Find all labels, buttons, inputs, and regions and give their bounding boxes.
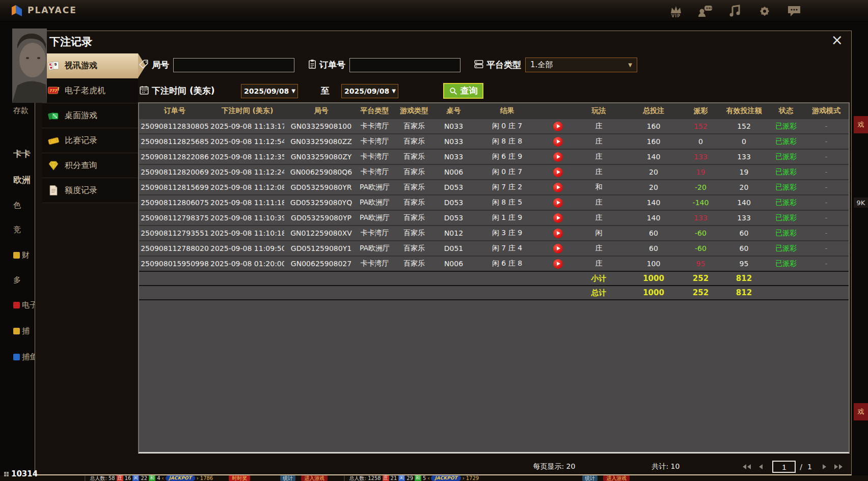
settings-gear-icon[interactable] [756, 2, 773, 20]
col-bet-time: 2025-09-08 11:10:39 [210, 214, 284, 222]
summary-payout: 252 [682, 274, 720, 283]
table-row: 2509081128308052025-09-08 11:13:17GN0332… [139, 118, 849, 133]
col-order-number: 250908112806075 [139, 199, 210, 207]
cat-slots-icon [13, 302, 20, 308]
sidebar-tab-label: 桌面游戏 [65, 110, 97, 121]
enter-game-button[interactable]: 进入游戏 [301, 475, 328, 481]
sidebar-tab-match-ticket[interactable]: 比赛记录 [42, 128, 138, 153]
col-payout: -60 [682, 229, 720, 237]
bg-menu-deposit: 存款 [13, 106, 36, 116]
close-icon[interactable]: × [831, 31, 843, 49]
next-page-button[interactable] [819, 463, 830, 471]
col-bet-type: 闲 [572, 229, 626, 238]
page-number-input[interactable] [772, 461, 796, 473]
filter-panel: 局号 订单号 平台类型 1.全部 ▼ [139, 53, 847, 104]
date-from-select[interactable]: 2025/09/08 ▼ [241, 84, 298, 98]
header-col-1: 下注时间 (美东) [210, 106, 284, 116]
banker-count: 16 [125, 475, 131, 481]
col-valid-bet: 19 [720, 168, 768, 176]
round-number-input[interactable] [173, 58, 294, 72]
col-result: 闲 6 庄 8 [470, 259, 544, 268]
play-icon [557, 246, 560, 250]
col-bet-type: 庄 [572, 259, 626, 268]
col-payout: 95 [682, 260, 720, 268]
jackpot-bracket: › [463, 475, 465, 481]
tie-count: 5 [423, 475, 426, 481]
col-bet-type: 和 [572, 183, 626, 192]
chat-icon[interactable] [785, 2, 803, 20]
col-payout: 133 [682, 153, 720, 161]
replay-button[interactable] [553, 167, 563, 177]
timed-bonus-pill: 时时奖 [229, 475, 250, 481]
previous-page-button[interactable] [755, 463, 767, 471]
replay-button[interactable] [553, 152, 563, 162]
col-game-mode: - [804, 260, 849, 268]
summary-valid-bet: 812 [720, 288, 768, 297]
sidebar-tab-table-games[interactable]: 桌面游戏 [42, 103, 138, 128]
platform-type-select[interactable]: 1.全部 ▼ [525, 58, 637, 72]
col-total-bet: 160 [626, 122, 682, 130]
col-valid-bet: 95 [720, 260, 768, 268]
header-col-8: 玩法 [572, 106, 626, 116]
table-row: 2509081128200692025-09-08 11:12:24GN0062… [139, 164, 849, 179]
col-order-number: 250908112788020 [139, 244, 210, 252]
replay-button[interactable] [553, 213, 563, 223]
col-replay [544, 213, 572, 223]
header-col-9: 总投注 [626, 106, 682, 116]
date-to-select[interactable]: 2025/09/08 ▼ [341, 84, 398, 98]
col-game-type: 百家乐 [391, 152, 437, 161]
col-platform: 卡卡湾厅 [358, 152, 391, 161]
sidebar-tab-quota-doc[interactable]: 额度记录 [42, 178, 138, 203]
col-bet-time: 2025-09-08 01:20:00 [210, 260, 284, 268]
col-valid-bet: 140 [720, 199, 768, 207]
header-col-10: 派彩 [682, 106, 720, 116]
col-payout: 19 [682, 168, 720, 176]
customer-service-icon[interactable] [697, 2, 714, 20]
col-platform: PA欧洲厅 [358, 244, 391, 253]
col-valid-bet: 60 [720, 244, 768, 252]
first-page-button[interactable] [741, 463, 752, 471]
sidebar-tab-label: 视讯游戏 [65, 61, 97, 71]
chevron-down-icon: ▼ [291, 88, 295, 94]
col-round-number: GN012259080XV [284, 229, 358, 237]
col-order-number: 250908112825685 [139, 137, 210, 146]
replay-button[interactable] [553, 137, 563, 147]
col-bet-time: 2025-09-08 11:12:24 [210, 168, 284, 176]
stats-button[interactable]: 统计 [280, 475, 295, 481]
vip-icon[interactable]: VIP [667, 2, 685, 20]
sidebar-tab-video-cards[interactable]: K♥9视讯游戏 [42, 53, 138, 78]
music-icon[interactable] [726, 2, 744, 20]
sidebar-tab-label: 电子老虎机 [65, 86, 105, 96]
group-divider: | [84, 475, 86, 481]
order-number-label: 订单号 [319, 59, 345, 71]
col-valid-bet: 20 [720, 183, 768, 191]
platform-type-label: 平台类型 [486, 59, 521, 71]
replay-button[interactable] [553, 183, 563, 192]
replay-button[interactable] [553, 198, 563, 208]
replay-button[interactable] [553, 229, 563, 238]
col-valid-bet: 133 [720, 214, 768, 222]
sidebar-tab-points-gem[interactable]: 积分查询 [42, 153, 138, 178]
last-page-button[interactable] [833, 463, 844, 471]
replay-button[interactable] [553, 259, 563, 269]
bottom-game-group: |总人数: 58庄16闲22和4‹JACKPOT›1786时时奖统计进入游戏 [82, 475, 328, 481]
order-number-input[interactable] [349, 58, 460, 72]
col-total-bet: 60 [626, 229, 682, 237]
stats-button[interactable]: 统计 [582, 475, 598, 481]
col-round-number: GD053259080YP [284, 214, 358, 222]
replay-button[interactable] [553, 122, 563, 131]
replay-button[interactable] [553, 244, 563, 253]
enter-game-button[interactable]: 进入游戏 [603, 475, 630, 481]
status-badge: 已派彩 [768, 213, 804, 222]
table-row: 2509081128156992025-09-08 11:12:08GD0532… [139, 179, 849, 194]
col-result: 闲 0 庄 7 [470, 167, 544, 177]
search-button[interactable]: 查询 [443, 83, 483, 99]
player-count: 29 [406, 475, 413, 481]
chevron-down-icon: ▼ [392, 88, 396, 94]
header-col-13: 游戏模式 [804, 106, 849, 116]
col-round-number: GN00625908027 [284, 260, 358, 268]
col-bet-type: 庄 [572, 122, 626, 131]
sidebar-tab-slot-777[interactable]: 777电子老虎机 [42, 78, 138, 103]
summary-total-bet: 1000 [626, 288, 682, 297]
col-total-bet: 60 [626, 244, 682, 252]
